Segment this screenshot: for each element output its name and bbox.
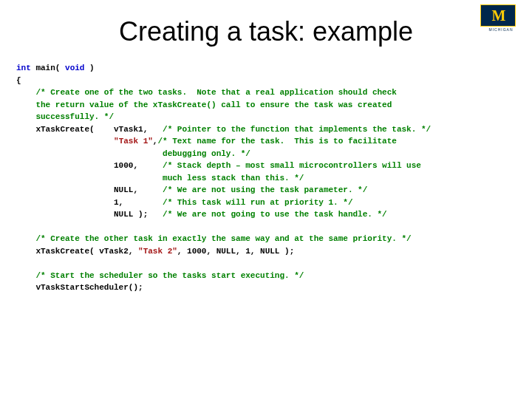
comment-name2: debugging only. */ [16,149,250,158]
start-scheduler: vTaskStartScheduler(); [16,283,143,292]
comment-create1a: /* Create one of the two tasks. Note tha… [16,88,397,97]
fn-main: main( [31,64,65,72]
logo-label: MICHIGAN [480,27,522,32]
comment-scheduler: /* Start the scheduler so the tasks star… [16,271,304,280]
paren-close: ) [84,64,94,72]
code-block: int main( void ) { /* Create one of the … [0,62,532,294]
michigan-logo: M MICHIGAN [480,4,522,31]
brace-open: { [16,76,21,85]
indent-str [16,137,114,146]
comment-priority: /* This task will run at priority 1. */ [163,198,352,207]
string-task1: "Task 1" [114,137,153,146]
arg-null1: NULL, [16,185,163,194]
arg-null2: NULL ); [16,210,163,219]
comment-ptr: /* Pointer to the function that implemen… [163,125,431,134]
comment-handle: /* We are not going to use the task hand… [163,210,387,219]
string-task2: "Task 2" [138,247,177,256]
comment-stack1: /* Stack depth – most small microcontrol… [163,161,421,170]
comment-param: /* We are not using the task parameter. … [163,185,367,194]
comment-create1b: the return value of the xTaskCreate() ca… [16,100,392,109]
comment-stack2: much less stack than this. */ [16,174,304,183]
keyword-int: int [16,64,31,72]
comment-name1: /* Text name for the task. This is to fa… [157,137,396,146]
xtaskcreate-1: xTaskCreate( vTask1, [16,125,163,134]
arg-priority: 1, [16,198,163,207]
xtaskcreate-2a: xTaskCreate( vTask2, [16,247,138,256]
slide-title: Creating a task: example [0,0,532,62]
comment-create1c: successfully. */ [16,112,114,121]
comment-other: /* Create the other task in exactly the … [16,234,412,243]
arg-1000: 1000, [16,161,163,170]
logo-letter: M [492,7,505,24]
xtaskcreate-2b: , 1000, NULL, 1, NULL ); [177,247,294,256]
keyword-void: void [65,64,84,72]
